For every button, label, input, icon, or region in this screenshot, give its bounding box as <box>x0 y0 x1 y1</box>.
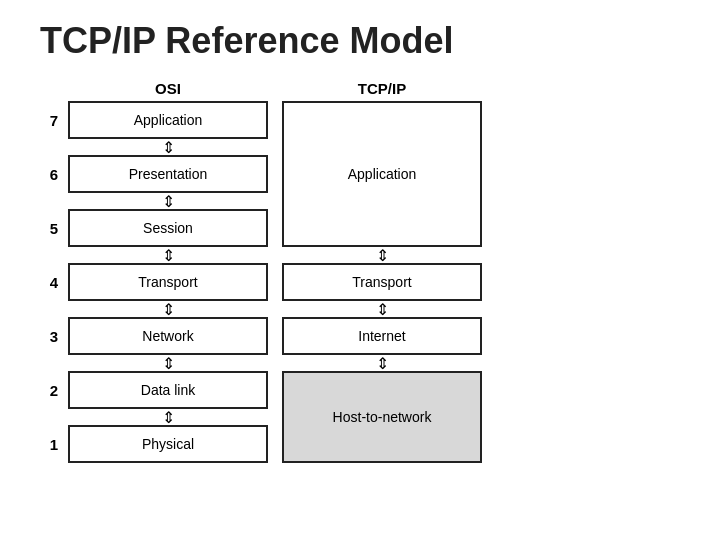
row-5: 5 Session <box>40 209 268 247</box>
row-num-6: 6 <box>40 166 68 183</box>
osi-cell-1: Physical <box>68 425 268 463</box>
tcp-cell-transport: Transport <box>282 263 482 301</box>
arrow-2-1: ⇕ <box>68 409 268 425</box>
row-num-2: 2 <box>40 382 68 399</box>
arrow-4-3: ⇕ <box>68 301 268 317</box>
tcp-cell-internet: Internet <box>282 317 482 355</box>
row-6: 6 Presentation <box>40 155 268 193</box>
osi-cell-4: Transport <box>68 263 268 301</box>
row-num-5: 5 <box>40 220 68 237</box>
row-num-1: 1 <box>40 436 68 453</box>
tcp-cell-host-to-network: Host-to-network <box>282 371 482 463</box>
row-num-3: 3 <box>40 328 68 345</box>
row-3: 3 Network <box>40 317 268 355</box>
page: TCP/IP Reference Model OSI 7 Application… <box>0 0 720 540</box>
tcp-cell-application: Application <box>282 101 482 247</box>
row-num-7: 7 <box>40 112 68 129</box>
arrow-3-2: ⇕ <box>68 355 268 371</box>
row-4: 4 Transport <box>40 263 268 301</box>
row-7: 7 Application <box>40 101 268 139</box>
osi-cell-2: Data link <box>68 371 268 409</box>
osi-cell-5: Session <box>68 209 268 247</box>
row-1: 1 Physical <box>40 425 268 463</box>
osi-cell-6: Presentation <box>68 155 268 193</box>
page-title: TCP/IP Reference Model <box>40 20 690 62</box>
tcp-arrow-int-htn: ⇕ <box>282 355 482 371</box>
osi-cell-3: Network <box>68 317 268 355</box>
osi-header: OSI <box>68 80 268 97</box>
tcpip-header: TCP/IP <box>282 80 482 97</box>
arrow-5-4: ⇕ <box>68 247 268 263</box>
arrow-7-6: ⇕ <box>68 139 268 155</box>
arrow-6-5: ⇕ <box>68 193 268 209</box>
tcp-arrow-trans-int: ⇕ <box>282 301 482 317</box>
osi-cell-7: Application <box>68 101 268 139</box>
tcp-arrow-app-trans: ⇕ <box>282 247 482 263</box>
row-2: 2 Data link <box>40 371 268 409</box>
row-num-4: 4 <box>40 274 68 291</box>
